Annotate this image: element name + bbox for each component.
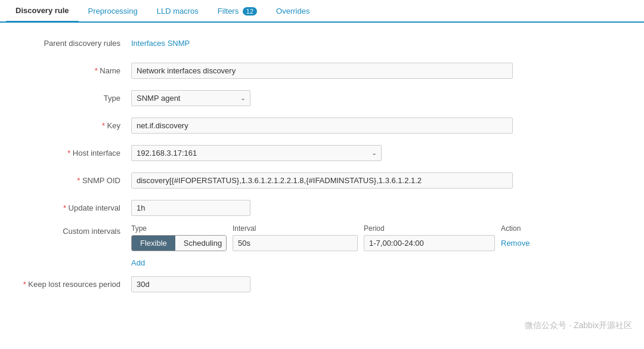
custom-intervals-content: Type Interval Period Action Flexible Sch… [131,224,644,267]
snmp-oid-label: SNMP OID [0,176,131,185]
ci-col-action-header: Action [495,224,549,233]
ci-header: Type Interval Period Action [131,224,549,235]
ci-col-interval-header: Interval [227,224,358,233]
type-flexible-button[interactable]: Flexible [132,236,175,251]
custom-intervals-table: Type Interval Period Action Flexible Sch… [131,224,549,267]
custom-intervals-row: Custom intervals Type Interval Period Ac… [0,224,644,267]
tab-preprocessing[interactable]: Preprocessing [79,1,147,21]
ci-col-type-header: Type [131,224,227,233]
parent-discovery-rules-link[interactable]: Interfaces SNMP [131,39,190,48]
tab-filters[interactable]: Filters 12 [208,1,267,21]
type-scheduling-button[interactable]: Scheduling [175,236,227,251]
key-input[interactable] [131,118,513,134]
tab-lld-macros[interactable]: LLD macros [147,1,208,21]
name-label: Name [0,66,131,75]
host-interface-row: Host interface 192.168.3.17:161 ⌄ [0,142,644,163]
tab-overrides[interactable]: Overrides [267,1,319,21]
keep-lost-label: Keep lost resources period [0,280,131,289]
snmp-oid-row: SNMP OID [0,169,644,191]
parent-discovery-rules-row: Parent discovery rules Interfaces SNMP [0,32,644,54]
host-interface-select[interactable]: 192.168.3.17:161 [131,145,382,161]
tab-bar: Discovery rule Preprocessing LLD macros … [0,0,644,23]
watermark: 微信公众号 · Zabbix开源社区 [525,320,632,331]
parent-discovery-rules-value: Interfaces SNMP [131,39,644,48]
name-value [131,63,644,79]
type-label: Type [0,94,131,103]
snmp-oid-input[interactable] [131,172,513,189]
type-row: Type SNMP agent Zabbix agent Simple chec… [0,87,644,109]
key-label: Key [0,121,131,130]
filters-badge: 12 [243,7,257,16]
update-interval-label: Update interval [0,203,131,212]
snmp-oid-value [131,172,644,189]
update-interval-value [131,200,644,216]
ci-remove-link[interactable]: Remove [501,239,530,248]
type-value: SNMP agent Zabbix agent Simple check IPM… [131,90,644,106]
ci-period-input[interactable] [364,235,495,251]
ci-interval-input[interactable] [233,235,358,251]
keep-lost-value [131,276,644,292]
ci-col-period-header: Period [358,224,495,233]
ci-type-buttons: Flexible Scheduling [131,235,227,251]
parent-discovery-rules-label: Parent discovery rules [0,39,131,48]
ci-row: Flexible Scheduling Remove [131,235,549,251]
keep-lost-row: Keep lost resources period [0,273,644,295]
name-row: Name [0,60,644,81]
name-input[interactable] [131,63,513,79]
key-row: Key [0,115,644,136]
update-interval-input[interactable] [131,200,250,216]
update-interval-row: Update interval [0,197,644,218]
host-interface-label: Host interface [0,149,131,157]
host-interface-value: 192.168.3.17:161 ⌄ [131,145,644,161]
host-interface-select-wrapper: 192.168.3.17:161 ⌄ [131,145,382,161]
type-toggle: Flexible Scheduling [131,235,227,251]
form-body: Parent discovery rules Interfaces SNMP N… [0,23,644,310]
keep-lost-input[interactable] [131,276,250,292]
ci-add-link[interactable]: Add [131,258,145,267]
type-select-wrapper: SNMP agent Zabbix agent Simple check IPM… [131,90,250,106]
custom-intervals-label: Custom intervals [0,224,131,236]
type-select[interactable]: SNMP agent Zabbix agent Simple check IPM… [131,90,250,106]
tab-discovery-rule[interactable]: Discovery rule [6,0,79,23]
key-value [131,118,644,134]
